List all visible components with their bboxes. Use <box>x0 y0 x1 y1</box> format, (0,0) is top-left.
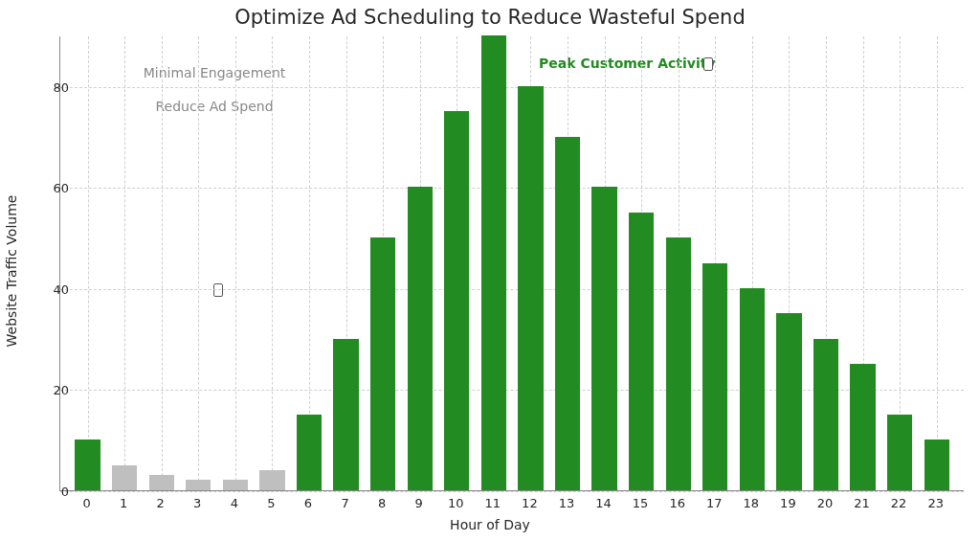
annotation-marker-peak <box>703 57 713 71</box>
x-tick-label: 22 <box>884 496 913 510</box>
bar-hour-14 <box>591 187 616 490</box>
y-axis-label: Website Traffic Volume <box>4 194 19 347</box>
x-tick-label: 5 <box>256 496 285 510</box>
x-tick-label: 17 <box>700 496 728 510</box>
x-tick-label: 10 <box>441 496 470 510</box>
x-tick-label: 3 <box>183 496 212 510</box>
x-tick-label: 21 <box>848 496 877 510</box>
x-tick-label: 1 <box>109 496 138 510</box>
gridline-v <box>88 36 89 490</box>
gridline-v <box>937 36 938 490</box>
gridline-h <box>60 491 964 492</box>
x-tick-label: 20 <box>811 496 839 510</box>
annotation-marker-low <box>213 283 223 297</box>
bar-hour-2 <box>149 475 174 490</box>
annotation-peak-traffic: Peak Customer Activity <box>539 56 716 73</box>
y-tick-label: 20 <box>21 383 69 397</box>
bar-hour-23 <box>924 440 949 490</box>
chart-title: Optimize Ad Scheduling to Reduce Wastefu… <box>0 6 980 29</box>
bar-hour-10 <box>444 111 469 490</box>
bar-hour-20 <box>813 339 838 490</box>
bar-hour-15 <box>629 213 654 490</box>
gridline-h <box>60 188 964 189</box>
x-tick-label: 0 <box>73 496 101 510</box>
bar-hour-17 <box>702 263 727 491</box>
x-tick-label: 13 <box>552 496 581 510</box>
x-tick-label: 9 <box>405 496 434 510</box>
y-tick-label: 40 <box>21 282 69 296</box>
y-tick-label: 60 <box>21 181 69 195</box>
x-tick-label: 8 <box>368 496 396 510</box>
x-tick-label: 23 <box>922 496 950 510</box>
x-tick-label: 18 <box>737 496 766 510</box>
gridline-v <box>198 36 199 490</box>
bar-hour-11 <box>481 35 506 490</box>
gridline-v <box>124 36 125 490</box>
gridline-v <box>235 36 236 490</box>
x-tick-label: 15 <box>626 496 655 510</box>
x-tick-label: 11 <box>479 496 507 510</box>
x-tick-label: 4 <box>220 496 249 510</box>
bar-hour-3 <box>186 480 211 490</box>
bar-hour-5 <box>259 470 284 490</box>
annotation-low-line2: Reduce Ad Spend <box>155 99 273 114</box>
x-tick-label: 2 <box>146 496 175 510</box>
bar-hour-21 <box>850 364 875 490</box>
bar-hour-8 <box>370 237 395 490</box>
x-tick-label: 7 <box>331 496 360 510</box>
annotation-low-traffic: Minimal Engagement Reduce Ad Spend <box>118 48 285 132</box>
x-tick-label: 16 <box>663 496 692 510</box>
bar-hour-13 <box>555 137 580 490</box>
annotation-low-line1: Minimal Engagement <box>144 65 286 80</box>
gridline-h <box>60 87 964 88</box>
gridline-v <box>272 36 273 490</box>
y-tick-label: 0 <box>21 485 69 499</box>
bar-hour-19 <box>776 313 801 490</box>
y-tick-label: 80 <box>21 79 69 94</box>
gridline-h <box>60 289 964 290</box>
bar-hour-22 <box>887 415 912 490</box>
bar-hour-9 <box>408 187 433 490</box>
bar-hour-6 <box>297 415 322 490</box>
x-axis-label: Hour of Day <box>0 517 980 532</box>
plot-area: Minimal Engagement Reduce Ad Spend Peak … <box>59 36 964 491</box>
bar-hour-1 <box>112 465 137 490</box>
bar-hour-0 <box>75 440 100 490</box>
x-tick-label: 6 <box>294 496 323 510</box>
chart-root: Optimize Ad Scheduling to Reduce Wastefu… <box>0 0 980 541</box>
bar-hour-7 <box>333 339 358 490</box>
x-tick-label: 19 <box>773 496 802 510</box>
gridline-v <box>162 36 163 490</box>
bar-hour-16 <box>666 237 691 490</box>
x-tick-label: 12 <box>515 496 544 510</box>
bar-hour-12 <box>518 86 543 490</box>
x-tick-label: 14 <box>590 496 618 510</box>
bar-hour-18 <box>740 288 765 490</box>
bar-hour-4 <box>223 480 248 490</box>
